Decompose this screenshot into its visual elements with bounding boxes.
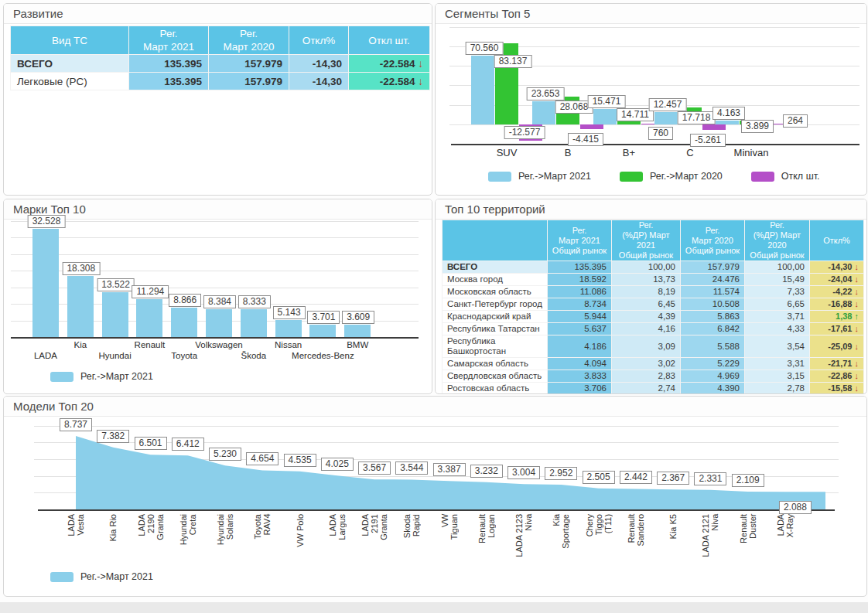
bar-reg-2021[interactable] <box>471 56 494 124</box>
bar-reg-2021[interactable] <box>171 308 197 337</box>
column-header: Рег. Март 2020 <box>209 26 289 54</box>
table-row[interactable]: Ростовская область3.7062,744.3902,78-15,… <box>443 383 863 394</box>
value-cell: 5.944 <box>548 311 611 322</box>
legend-item[interactable]: Рег.->Март 2021 <box>50 371 153 382</box>
bar-reg-2021[interactable] <box>32 229 59 337</box>
deviation-pct-cell: 1,38 ↑ <box>810 311 863 322</box>
reg-2021-cell: 135.395 <box>129 73 208 90</box>
x-axis-label: Minivan <box>734 147 769 158</box>
column-header: Откл% <box>810 220 863 261</box>
bar-deviation[interactable] <box>702 124 726 130</box>
bar-reg-2021[interactable] <box>275 320 302 337</box>
x-axis-label: LADA 2190 Granta <box>135 514 166 562</box>
legend-item[interactable]: Рег.->Март 2021 <box>50 571 153 582</box>
territory-name-cell: Краснодарский край <box>443 311 547 322</box>
panel-title-development: Развитие <box>4 4 432 24</box>
reg-2020-cell: 157.979 <box>209 55 289 72</box>
table-row[interactable]: ВСЕГО135.395157.979-14,30-22.584 ↓ <box>11 55 429 72</box>
table-row[interactable]: Московская область11.0868,1911.5747,33-4… <box>443 286 863 298</box>
table-row[interactable]: Краснодарский край5.9444,395.8633,711,38… <box>443 311 863 322</box>
bar-reg-2021[interactable] <box>206 309 232 337</box>
table-row[interactable]: Санкт-Петербург город8.7346,4510.5086,65… <box>443 298 863 310</box>
territory-name-cell: Свердловская область <box>443 370 547 382</box>
value-cell: 6,65 <box>745 298 809 310</box>
data-label: 8.866 <box>169 294 201 307</box>
data-label: 6.501 <box>135 437 167 450</box>
data-label: 3.387 <box>433 463 466 476</box>
value-cell: 11.086 <box>548 286 611 298</box>
value-cell: 8,19 <box>612 286 680 298</box>
bar-reg-2021[interactable] <box>716 121 739 124</box>
arrow-down-icon: ↓ <box>852 287 859 296</box>
x-axis-line <box>11 337 419 339</box>
data-label: -5.261 <box>690 134 726 147</box>
value-cell: 2,83 <box>612 370 680 382</box>
value-cell: 4.186 <box>548 335 611 357</box>
bar-deviation[interactable] <box>580 124 603 129</box>
bar-reg-2021[interactable] <box>654 112 678 124</box>
data-label: 760 <box>648 127 673 140</box>
bar-reg-2021[interactable] <box>532 101 555 124</box>
value-cell: 4,39 <box>612 311 680 322</box>
deviation-pct-cell: -22,86 ↓ <box>810 370 863 382</box>
area-series[interactable] <box>4 417 866 596</box>
value-cell: 3,09 <box>612 335 680 357</box>
legend-swatch <box>488 172 511 182</box>
bar-reg-2021[interactable] <box>309 325 336 337</box>
legend-item[interactable]: Рег.->Март 2020 <box>620 171 723 182</box>
table-row[interactable]: Москва город18.59213,7324.47615,49-24,04… <box>443 274 863 285</box>
column-header: Рег. Март 2021 <box>129 26 208 54</box>
x-axis-label: Renault Sandero <box>620 514 651 562</box>
arrow-down-icon: ↓ <box>852 342 859 351</box>
x-axis-label-text: Kia Sportage <box>552 514 570 549</box>
bar-reg-2021[interactable] <box>344 325 371 337</box>
x-axis-label-text: LADA 2121 Niva <box>701 514 719 557</box>
x-axis-label: Mercedes-Benz <box>292 351 354 360</box>
data-label: 3.609 <box>342 311 374 324</box>
x-axis-label: BMW <box>347 340 368 349</box>
column-header: Вид ТС <box>11 26 128 54</box>
arrow-down-icon: ↓ <box>415 76 423 87</box>
value-cell: 100,00 <box>612 261 680 273</box>
chart-legend: Рег.->Март 2021 <box>50 571 175 582</box>
chart-legend: Рег.->Март 2021Рег.->Март 2020Откл шт. <box>488 171 841 182</box>
bar-reg-2021[interactable] <box>136 299 162 337</box>
table-row[interactable]: Легковые (PC)135.395157.979-14,30-22.584… <box>11 73 429 90</box>
table-row[interactable]: ВСЕГО135.395100,00157.979100,00-14,30 ↓ <box>443 261 863 273</box>
deviation-pct-cell: -25,09 ↓ <box>810 335 863 357</box>
gridline <box>449 27 859 28</box>
column-header: Рег. (%ДР) Март 2021 Общий рынок <box>612 220 680 261</box>
value-cell: 6.842 <box>681 323 744 335</box>
territory-name-cell: ВСЕГО <box>443 261 547 273</box>
data-label: 8.737 <box>60 418 92 431</box>
data-label: 2.505 <box>583 471 615 484</box>
vehicle-type-cell: Легковые (PC) <box>11 73 128 90</box>
territories-table-header: Рег. Март 2021 Общий рынокРег. (%ДР) Мар… <box>443 220 863 261</box>
bar-reg-2021[interactable] <box>67 276 94 337</box>
value-cell: 3,54 <box>745 335 809 357</box>
column-header: Откл% <box>289 26 348 54</box>
bar-reg-2021[interactable] <box>593 109 617 124</box>
x-axis-label-text: Renault Logan <box>477 514 496 543</box>
table-row[interactable]: Самарская область4.0943,025.2293,31-21,7… <box>443 358 863 370</box>
bar-reg-2021[interactable] <box>102 292 128 337</box>
table-row[interactable]: Республика Татарстан5.6374,166.8424,33-1… <box>443 323 863 335</box>
data-label: 32.528 <box>28 215 66 228</box>
development-table-header: Вид ТСРег. Март 2021Рег. Март 2020Откл%О… <box>11 26 429 54</box>
deviation-pct-cell: -14,30 <box>289 55 348 72</box>
table-row[interactable]: Свердловская область3.8332,834.9693,15-2… <box>443 370 863 382</box>
x-axis-label: LADA Vesta <box>60 514 91 562</box>
panel-title-segments: Сегменты Топ 5 <box>436 4 866 24</box>
data-label: 3.544 <box>395 461 428 475</box>
x-axis-label: SUV <box>497 147 518 158</box>
bar-reg-2021[interactable] <box>241 309 267 337</box>
brands-chart: 32.528LADA18.308Kia13.522Hyundai11.294Re… <box>4 220 432 393</box>
value-cell: 4.390 <box>681 383 744 394</box>
table-row[interactable]: Республика Башкортостан4.1863,095.5883,5… <box>443 335 863 357</box>
legend-item[interactable]: Откл шт. <box>751 171 820 182</box>
legend-item[interactable]: Рег.->Март 2021 <box>488 171 591 182</box>
data-label: -4.415 <box>568 133 603 146</box>
arrow-down-icon: ↓ <box>852 262 859 271</box>
panel-title-brands: Марки Топ 10 <box>4 199 432 220</box>
value-cell: 18.592 <box>548 274 611 285</box>
